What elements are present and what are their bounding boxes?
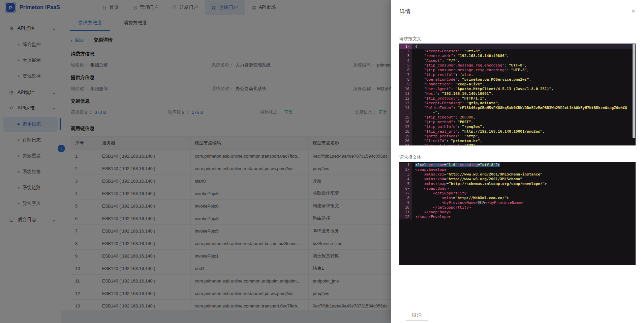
code-line: 9 <byProvinceName>陕西</byProvinceName>: [399, 200, 636, 205]
code-line: 1<?xml version="1.0" encoding="utf-8"?>: [399, 163, 636, 167]
request-header-editor[interactable]: 1▾{2 "Accept-Charset": "utf-8",3 "remote…: [399, 44, 636, 145]
line-number: 11: [399, 91, 412, 96]
code-line: 5 xmlns:soap="http://schemas.xmlsoap.org…: [399, 182, 636, 186]
code-line: 4 xmlns:xsd="http://www.w3.org/2001/XMLS…: [399, 177, 636, 182]
code-line: 18 "$tip_real_url": "http://192.168.16.1…: [399, 129, 636, 134]
code-line: 10 </getSupportCity>: [399, 205, 636, 210]
line-number: 14: [399, 106, 412, 110]
code-line: 8 xmlns="http://WebXml.com.cn/">: [399, 196, 636, 200]
line-number: 21: [399, 143, 412, 145]
line-number: 12: [399, 215, 412, 219]
code-line: 13 "Accept-Encoding": "gzip,deflate",: [399, 101, 636, 106]
line-number: 7: [399, 73, 412, 77]
code-line: 6▾ <soap:Body>: [399, 186, 636, 191]
line-number: 18: [399, 129, 412, 134]
line-number: 4: [399, 58, 412, 63]
line-number: [399, 110, 412, 115]
fold-arrow-icon[interactable]: ▾: [408, 168, 409, 171]
line-number: 17: [399, 125, 412, 129]
line-number: 13: [399, 101, 412, 106]
line-number: 3: [399, 172, 412, 177]
line-number: 10: [399, 205, 412, 210]
code-line: 21 "Content-Length": "373": [399, 143, 636, 145]
code-line: 2▾<soap:Envelope: [399, 167, 636, 172]
close-icon[interactable]: ×: [632, 8, 635, 14]
drawer-header: 详情 ×: [391, 0, 644, 24]
line-number: 1▾: [399, 44, 412, 49]
code-line: 1▾{: [399, 44, 636, 49]
line-number: 19: [399, 134, 412, 139]
line-number: 4: [399, 177, 412, 182]
line-number: 20: [399, 139, 412, 143]
line-number: 9: [399, 200, 412, 205]
scrollbar-thumb[interactable]: [633, 44, 635, 138]
line-number: 5: [399, 182, 412, 186]
line-number: 2▾: [399, 167, 412, 172]
code-line: 8 "OperationCode": "primeton.oa.MQServic…: [399, 77, 636, 82]
line-number: 11: [399, 210, 412, 215]
line-number: 5: [399, 63, 412, 68]
code-line: 5 "$tip_consumer.message.req.encoding": …: [399, 63, 636, 68]
code-line: 12</soap:Envelope>: [399, 215, 636, 219]
code-line: 10 "User-Agent": "Apache-HttpClient/4.5.…: [399, 87, 636, 91]
fold-arrow-icon[interactable]: ▾: [408, 45, 409, 48]
line-number: 12: [399, 96, 412, 101]
drawer-body: 请求报文头 1▾{2 "Accept-Charset": "utf-8",3 "…: [391, 36, 644, 265]
request-body-editor[interactable]: 1<?xml version="1.0" encoding="utf-8"?>2…: [399, 162, 636, 265]
code-line: 14 "OnlineToken": "rPlSk46zpCBaH5vPK68hq…: [399, 106, 636, 110]
line-number: 15: [399, 115, 412, 120]
request-body-label: 请求报文体: [399, 154, 636, 160]
line-number: 6▾: [399, 186, 412, 191]
drawer-footer: 取消: [391, 307, 644, 323]
line-number: 9: [399, 82, 412, 87]
code-line: 7 "$tip_restful": false,: [399, 73, 636, 77]
line-number: 8: [399, 77, 412, 82]
code-line: 20 "ClientId": "primeton.hr",: [399, 139, 636, 143]
code-line: 12 "$tip_protocol": "HTTP/1.1",: [399, 96, 636, 101]
code-line: 3 "remote.addr": "192.168.16.140:49886",: [399, 54, 636, 58]
line-number: 3: [399, 54, 412, 58]
line-number: 1: [399, 163, 412, 167]
line-number: 7▾: [399, 191, 412, 196]
code-line: 15 "$tip_timeout": 200000,: [399, 115, 636, 120]
code-line: 3 xmlns:xsi="http://www.w3.org/2001/XMLS…: [399, 172, 636, 177]
code-line: 11 </soap:Body>: [399, 210, 636, 215]
code-line: 2 "Accept-Charset": "utf-8",: [399, 49, 636, 54]
code-line: 17 "$tip_pathInfo": "/pmq2ws",: [399, 125, 636, 129]
line-number: 2: [399, 49, 412, 54]
code-line: 4 "Accept": "*/*",: [399, 58, 636, 63]
line-number: 8: [399, 196, 412, 200]
fold-arrow-icon[interactable]: ▾: [408, 187, 409, 190]
code-line: 7▾ <getSupportCity: [399, 191, 636, 196]
line-number: 16: [399, 120, 412, 125]
code-line: 11 "Host": "192.168.16.140:10001",: [399, 91, 636, 96]
code-line: 16 "$tip_method": "POST",: [399, 120, 636, 125]
request-header-label: 请求报文头: [399, 36, 636, 42]
code-line: 6 "$tip_consumer.message.resp.encoding":…: [399, 68, 636, 73]
cancel-button[interactable]: 取消: [406, 310, 428, 321]
code-line: 9 "Connection": "keep-alive",: [399, 82, 636, 87]
fold-arrow-icon[interactable]: ▾: [408, 192, 409, 195]
line-number: 10: [399, 87, 412, 91]
drawer-title: 详情: [400, 8, 410, 14]
code-line: =",: [399, 110, 636, 115]
detail-drawer: 详情 × 请求报文头 1▾{2 "Accept-Charset": "utf-8…: [391, 0, 644, 323]
code-line: 19 "$http_protocol": "http",: [399, 134, 636, 139]
line-number: 6: [399, 68, 412, 73]
